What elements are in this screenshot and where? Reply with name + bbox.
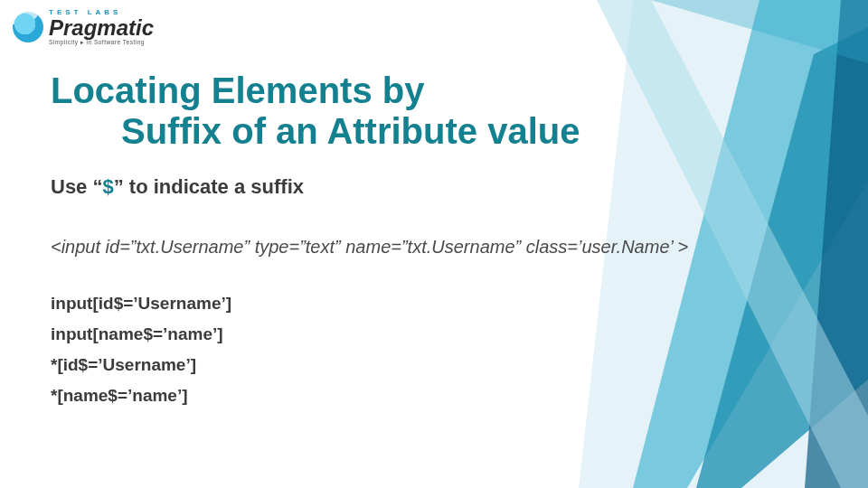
selector-list: input[id$=’Username’] input[name$=’name’… (51, 294, 814, 406)
selector-item: input[id$=’Username’] (51, 294, 814, 314)
dollar-symbol: $ (102, 175, 113, 198)
brand-logo: TEST LABS Pragmatic Simplicity ▸ in Soft… (13, 9, 154, 46)
selector-item: *[name$=’name’] (51, 386, 814, 406)
selector-item: input[name$=’name’] (51, 324, 814, 344)
subtitle-pre: Use “ (51, 175, 102, 198)
slide-subtitle: Use “$” to indicate a suffix (51, 175, 814, 199)
title-line-1: Locating Elements by (51, 70, 814, 111)
logo-tagline: Simplicity ▸ in Software Testing (49, 40, 154, 46)
slide-content: Locating Elements by Suffix of an Attrib… (0, 0, 868, 488)
logo-wordmark: Pragmatic (49, 17, 154, 39)
selector-item: *[id$=’Username’] (51, 355, 814, 375)
example-html-snippet: <input id=”txt.Username” type=”text” nam… (51, 237, 814, 258)
title-line-2: Suffix of an Attribute value (51, 111, 814, 152)
logo-mark-icon (13, 12, 43, 42)
slide-title: Locating Elements by Suffix of an Attrib… (51, 70, 814, 152)
subtitle-post: ” to indicate a suffix (114, 175, 304, 198)
